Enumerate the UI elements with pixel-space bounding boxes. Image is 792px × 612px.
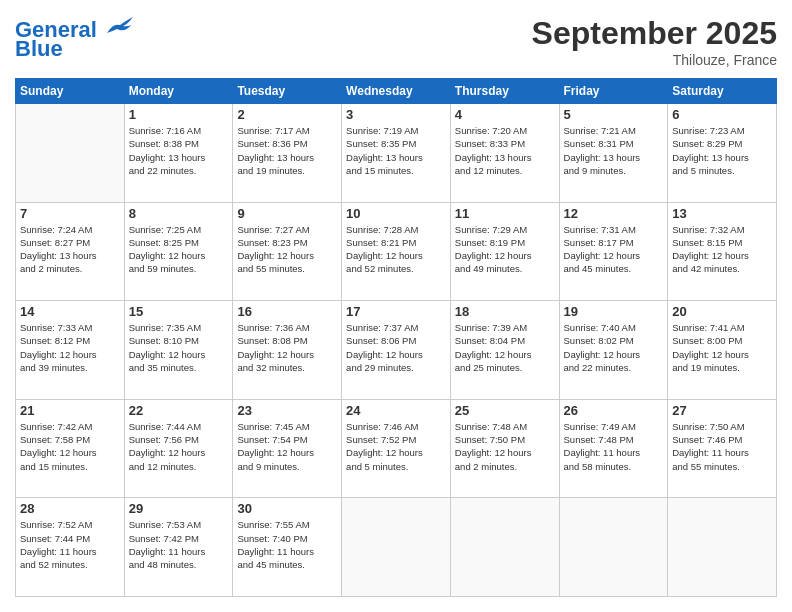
month-title: September 2025	[532, 15, 777, 52]
week-row-2: 14Sunrise: 7:33 AM Sunset: 8:12 PM Dayli…	[16, 301, 777, 400]
weekday-header-tuesday: Tuesday	[233, 79, 342, 104]
day-info: Sunrise: 7:29 AM Sunset: 8:19 PM Dayligh…	[455, 223, 555, 276]
day-number: 9	[237, 206, 337, 221]
day-info: Sunrise: 7:17 AM Sunset: 8:36 PM Dayligh…	[237, 124, 337, 177]
day-info: Sunrise: 7:55 AM Sunset: 7:40 PM Dayligh…	[237, 518, 337, 571]
day-info: Sunrise: 7:23 AM Sunset: 8:29 PM Dayligh…	[672, 124, 772, 177]
day-number: 19	[564, 304, 664, 319]
calendar-cell: 8Sunrise: 7:25 AM Sunset: 8:25 PM Daylig…	[124, 202, 233, 301]
day-number: 16	[237, 304, 337, 319]
calendar-cell: 7Sunrise: 7:24 AM Sunset: 8:27 PM Daylig…	[16, 202, 125, 301]
calendar-cell: 11Sunrise: 7:29 AM Sunset: 8:19 PM Dayli…	[450, 202, 559, 301]
day-number: 24	[346, 403, 446, 418]
day-number: 29	[129, 501, 229, 516]
day-number: 22	[129, 403, 229, 418]
day-info: Sunrise: 7:36 AM Sunset: 8:08 PM Dayligh…	[237, 321, 337, 374]
day-number: 23	[237, 403, 337, 418]
weekday-header-wednesday: Wednesday	[342, 79, 451, 104]
page: General Blue September 2025 Thilouze, Fr…	[0, 0, 792, 612]
calendar-cell: 12Sunrise: 7:31 AM Sunset: 8:17 PM Dayli…	[559, 202, 668, 301]
calendar-cell: 15Sunrise: 7:35 AM Sunset: 8:10 PM Dayli…	[124, 301, 233, 400]
day-number: 25	[455, 403, 555, 418]
header: General Blue September 2025 Thilouze, Fr…	[15, 15, 777, 68]
day-info: Sunrise: 7:41 AM Sunset: 8:00 PM Dayligh…	[672, 321, 772, 374]
day-number: 7	[20, 206, 120, 221]
calendar-cell: 4Sunrise: 7:20 AM Sunset: 8:33 PM Daylig…	[450, 104, 559, 203]
calendar-cell: 18Sunrise: 7:39 AM Sunset: 8:04 PM Dayli…	[450, 301, 559, 400]
day-number: 18	[455, 304, 555, 319]
calendar-cell: 27Sunrise: 7:50 AM Sunset: 7:46 PM Dayli…	[668, 399, 777, 498]
calendar-cell: 10Sunrise: 7:28 AM Sunset: 8:21 PM Dayli…	[342, 202, 451, 301]
week-row-3: 21Sunrise: 7:42 AM Sunset: 7:58 PM Dayli…	[16, 399, 777, 498]
day-info: Sunrise: 7:50 AM Sunset: 7:46 PM Dayligh…	[672, 420, 772, 473]
calendar-cell: 5Sunrise: 7:21 AM Sunset: 8:31 PM Daylig…	[559, 104, 668, 203]
day-info: Sunrise: 7:48 AM Sunset: 7:50 PM Dayligh…	[455, 420, 555, 473]
day-info: Sunrise: 7:42 AM Sunset: 7:58 PM Dayligh…	[20, 420, 120, 473]
calendar-cell: 29Sunrise: 7:53 AM Sunset: 7:42 PM Dayli…	[124, 498, 233, 597]
calendar-cell	[559, 498, 668, 597]
day-number: 11	[455, 206, 555, 221]
day-number: 30	[237, 501, 337, 516]
day-number: 2	[237, 107, 337, 122]
day-info: Sunrise: 7:16 AM Sunset: 8:38 PM Dayligh…	[129, 124, 229, 177]
day-info: Sunrise: 7:35 AM Sunset: 8:10 PM Dayligh…	[129, 321, 229, 374]
day-number: 1	[129, 107, 229, 122]
calendar-cell: 22Sunrise: 7:44 AM Sunset: 7:56 PM Dayli…	[124, 399, 233, 498]
day-number: 10	[346, 206, 446, 221]
day-number: 4	[455, 107, 555, 122]
day-info: Sunrise: 7:21 AM Sunset: 8:31 PM Dayligh…	[564, 124, 664, 177]
calendar-cell: 21Sunrise: 7:42 AM Sunset: 7:58 PM Dayli…	[16, 399, 125, 498]
calendar-cell	[668, 498, 777, 597]
day-number: 3	[346, 107, 446, 122]
calendar-cell	[450, 498, 559, 597]
calendar-cell: 13Sunrise: 7:32 AM Sunset: 8:15 PM Dayli…	[668, 202, 777, 301]
weekday-header-thursday: Thursday	[450, 79, 559, 104]
day-info: Sunrise: 7:19 AM Sunset: 8:35 PM Dayligh…	[346, 124, 446, 177]
calendar-cell: 23Sunrise: 7:45 AM Sunset: 7:54 PM Dayli…	[233, 399, 342, 498]
calendar-cell: 25Sunrise: 7:48 AM Sunset: 7:50 PM Dayli…	[450, 399, 559, 498]
calendar-cell: 20Sunrise: 7:41 AM Sunset: 8:00 PM Dayli…	[668, 301, 777, 400]
day-info: Sunrise: 7:27 AM Sunset: 8:23 PM Dayligh…	[237, 223, 337, 276]
day-info: Sunrise: 7:25 AM Sunset: 8:25 PM Dayligh…	[129, 223, 229, 276]
day-info: Sunrise: 7:32 AM Sunset: 8:15 PM Dayligh…	[672, 223, 772, 276]
logo-bird-icon	[105, 15, 135, 37]
calendar-cell: 26Sunrise: 7:49 AM Sunset: 7:48 PM Dayli…	[559, 399, 668, 498]
calendar-cell: 17Sunrise: 7:37 AM Sunset: 8:06 PM Dayli…	[342, 301, 451, 400]
day-info: Sunrise: 7:33 AM Sunset: 8:12 PM Dayligh…	[20, 321, 120, 374]
weekday-header-friday: Friday	[559, 79, 668, 104]
location: Thilouze, France	[532, 52, 777, 68]
weekday-header-saturday: Saturday	[668, 79, 777, 104]
day-number: 28	[20, 501, 120, 516]
day-info: Sunrise: 7:46 AM Sunset: 7:52 PM Dayligh…	[346, 420, 446, 473]
day-number: 20	[672, 304, 772, 319]
calendar-cell: 1Sunrise: 7:16 AM Sunset: 8:38 PM Daylig…	[124, 104, 233, 203]
day-number: 17	[346, 304, 446, 319]
day-info: Sunrise: 7:31 AM Sunset: 8:17 PM Dayligh…	[564, 223, 664, 276]
logo: General Blue	[15, 15, 135, 62]
day-number: 26	[564, 403, 664, 418]
day-info: Sunrise: 7:39 AM Sunset: 8:04 PM Dayligh…	[455, 321, 555, 374]
day-number: 6	[672, 107, 772, 122]
calendar-cell: 30Sunrise: 7:55 AM Sunset: 7:40 PM Dayli…	[233, 498, 342, 597]
day-number: 27	[672, 403, 772, 418]
day-number: 12	[564, 206, 664, 221]
day-number: 15	[129, 304, 229, 319]
day-number: 21	[20, 403, 120, 418]
calendar-cell: 3Sunrise: 7:19 AM Sunset: 8:35 PM Daylig…	[342, 104, 451, 203]
calendar-cell	[16, 104, 125, 203]
calendar: SundayMondayTuesdayWednesdayThursdayFrid…	[15, 78, 777, 597]
day-info: Sunrise: 7:20 AM Sunset: 8:33 PM Dayligh…	[455, 124, 555, 177]
calendar-header-row: SundayMondayTuesdayWednesdayThursdayFrid…	[16, 79, 777, 104]
week-row-1: 7Sunrise: 7:24 AM Sunset: 8:27 PM Daylig…	[16, 202, 777, 301]
calendar-cell	[342, 498, 451, 597]
day-info: Sunrise: 7:24 AM Sunset: 8:27 PM Dayligh…	[20, 223, 120, 276]
day-info: Sunrise: 7:44 AM Sunset: 7:56 PM Dayligh…	[129, 420, 229, 473]
week-row-4: 28Sunrise: 7:52 AM Sunset: 7:44 PM Dayli…	[16, 498, 777, 597]
week-row-0: 1Sunrise: 7:16 AM Sunset: 8:38 PM Daylig…	[16, 104, 777, 203]
calendar-cell: 14Sunrise: 7:33 AM Sunset: 8:12 PM Dayli…	[16, 301, 125, 400]
day-info: Sunrise: 7:52 AM Sunset: 7:44 PM Dayligh…	[20, 518, 120, 571]
weekday-header-sunday: Sunday	[16, 79, 125, 104]
day-number: 14	[20, 304, 120, 319]
day-info: Sunrise: 7:37 AM Sunset: 8:06 PM Dayligh…	[346, 321, 446, 374]
day-info: Sunrise: 7:45 AM Sunset: 7:54 PM Dayligh…	[237, 420, 337, 473]
